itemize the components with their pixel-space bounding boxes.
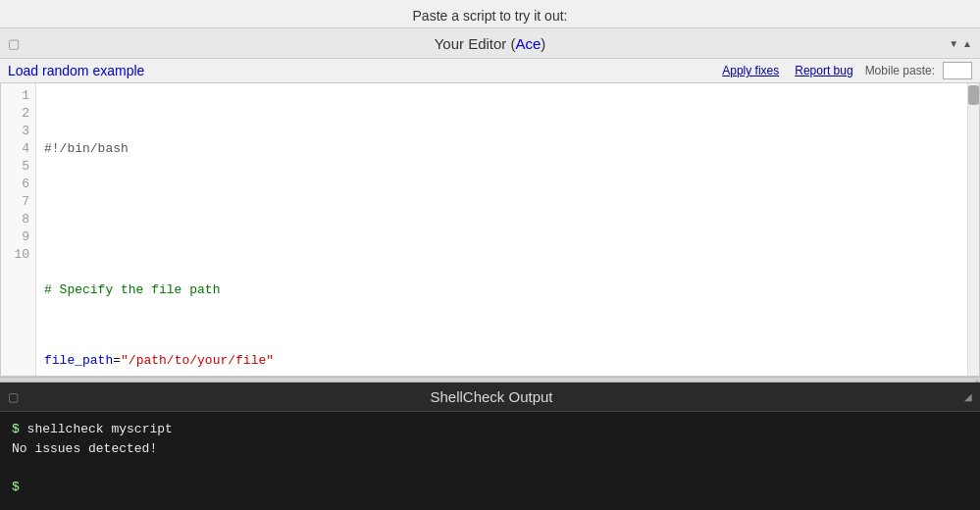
output-content: $ shellcheck myscript No issues detected… bbox=[0, 412, 980, 510]
output-line-1: $ shellcheck myscript bbox=[12, 420, 968, 439]
report-bug-button[interactable]: Report bug bbox=[791, 62, 856, 79]
editor-ace-link[interactable]: Ace bbox=[515, 35, 541, 52]
output-line-2: No issues detected! bbox=[12, 439, 968, 459]
mobile-paste-label: Mobile paste: bbox=[865, 64, 935, 77]
apply-fixes-button[interactable]: Apply fixes bbox=[718, 62, 783, 79]
code-line-4-val: "/path/to/your/file" bbox=[121, 353, 274, 368]
editor-header: ▢ Your Editor (Ace) ▼ ▲ bbox=[0, 27, 980, 59]
code-editor[interactable]: 1 2 3 4 5 6 7 8 9 10 #!/bin/bash # Speci… bbox=[0, 82, 980, 377]
editor-toolbar: Load random example Apply fixes Report b… bbox=[0, 59, 980, 82]
line-num-5: 5 bbox=[1, 158, 35, 176]
line-num-9: 9 bbox=[1, 229, 35, 246]
line-num-2: 2 bbox=[1, 105, 35, 123]
page-title: Paste a script to try it out: bbox=[0, 0, 980, 27]
line-num-8: 8 bbox=[1, 211, 35, 229]
cmd-1: shellcheck myscript bbox=[20, 422, 173, 436]
code-line-1-text: #!/bin/bash bbox=[44, 141, 129, 156]
scroll-thumb[interactable] bbox=[968, 85, 979, 105]
editor-title-end: ) bbox=[541, 35, 545, 52]
code-line-2 bbox=[44, 211, 959, 229]
line-num-1: 1 bbox=[1, 87, 35, 105]
prompt-1: $ bbox=[12, 422, 20, 436]
editor-scrollbar[interactable] bbox=[967, 83, 979, 376]
output-header-icon-left: ▢ bbox=[8, 390, 19, 404]
output-line-3 bbox=[12, 458, 968, 478]
code-line-3-text: # Specify the file path bbox=[44, 282, 220, 297]
code-line-4-eq: = bbox=[113, 353, 121, 368]
editor-icon: ▢ bbox=[8, 36, 20, 51]
code-line-3: # Specify the file path bbox=[44, 281, 959, 299]
code-line-1: #!/bin/bash bbox=[44, 140, 959, 158]
line-num-4: 4 bbox=[1, 140, 35, 158]
editor-title-text: Your Editor ( bbox=[435, 35, 516, 52]
prompt-4: $ bbox=[12, 480, 20, 494]
code-line-4: file_path="/path/to/your/file" bbox=[44, 352, 959, 370]
line-numbers: 1 2 3 4 5 6 7 8 9 10 bbox=[1, 83, 36, 376]
editor-panel: ▢ Your Editor (Ace) ▼ ▲ Load random exam… bbox=[0, 27, 980, 382]
code-content[interactable]: #!/bin/bash # Specify the file path file… bbox=[36, 83, 967, 376]
output-header-icon-right: ◢ bbox=[964, 391, 972, 402]
output-text-2: No issues detected! bbox=[12, 441, 157, 456]
mobile-paste-input[interactable] bbox=[943, 62, 972, 79]
line-num-10: 10 bbox=[1, 246, 35, 264]
output-title: ShellCheck Output bbox=[19, 388, 964, 405]
output-header: ▢ ShellCheck Output ◢ bbox=[0, 382, 980, 412]
editor-title: Your Editor (Ace) bbox=[435, 35, 546, 52]
editor-header-right: ▼ ▲ bbox=[949, 38, 972, 49]
load-random-link[interactable]: Load random example bbox=[8, 63, 144, 78]
editor-header-left: ▢ bbox=[8, 36, 20, 51]
output-line-4: $ bbox=[12, 478, 968, 497]
collapse-down-icon[interactable]: ▼ bbox=[949, 38, 958, 49]
collapse-up-icon[interactable]: ▲ bbox=[962, 38, 972, 49]
code-line-4-var: file_path bbox=[44, 353, 113, 368]
line-num-7: 7 bbox=[1, 193, 35, 211]
line-num-3: 3 bbox=[1, 123, 35, 140]
toolbar-right: Apply fixes Report bug Mobile paste: bbox=[718, 62, 972, 79]
line-num-6: 6 bbox=[1, 176, 35, 193]
output-panel: ▢ ShellCheck Output ◢ $ shellcheck myscr… bbox=[0, 382, 980, 510]
